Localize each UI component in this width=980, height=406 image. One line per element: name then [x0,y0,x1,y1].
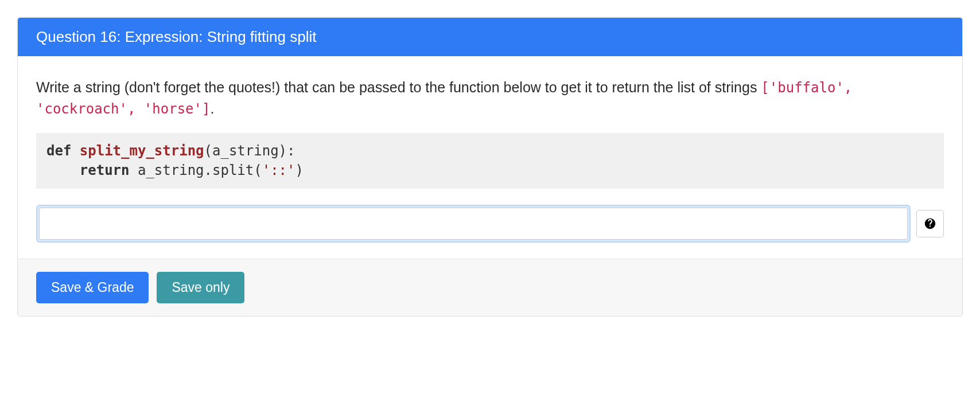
expr-prefix: a_string.split( [130,162,262,178]
fn-name: split_my_string [80,143,204,159]
str-arg: '::' [262,162,295,178]
close-sig: ): [279,143,295,159]
question-title: Question 16: Expression: String fitting … [36,28,316,45]
panel-header: Question 16: Expression: String fitting … [18,18,962,56]
answer-input[interactable] [39,208,908,240]
open-paren: ( [204,143,212,159]
answer-row [36,205,944,243]
save-grade-button[interactable]: Save & Grade [36,272,149,303]
question-panel: Question 16: Expression: String fitting … [17,17,963,317]
help-circle-icon [924,217,936,230]
expr-suffix: ) [295,162,303,178]
save-only-button[interactable]: Save only [157,272,244,303]
indent [46,162,80,178]
param: a_string [212,143,279,159]
panel-body: Write a string (don't forget the quotes!… [18,56,962,259]
kw-return: return [80,162,130,178]
prompt-after: . [210,100,214,116]
prompt-text: Write a string (don't forget the quotes!… [36,77,944,119]
help-button[interactable] [916,210,944,237]
code-block: def split_my_string(a_string): return a_… [36,133,944,189]
answer-input-wrap [36,205,911,243]
kw-def: def [46,143,71,159]
panel-footer: Save & Grade Save only [18,259,962,316]
prompt-intro: Write a string (don't forget the quotes!… [36,79,761,95]
